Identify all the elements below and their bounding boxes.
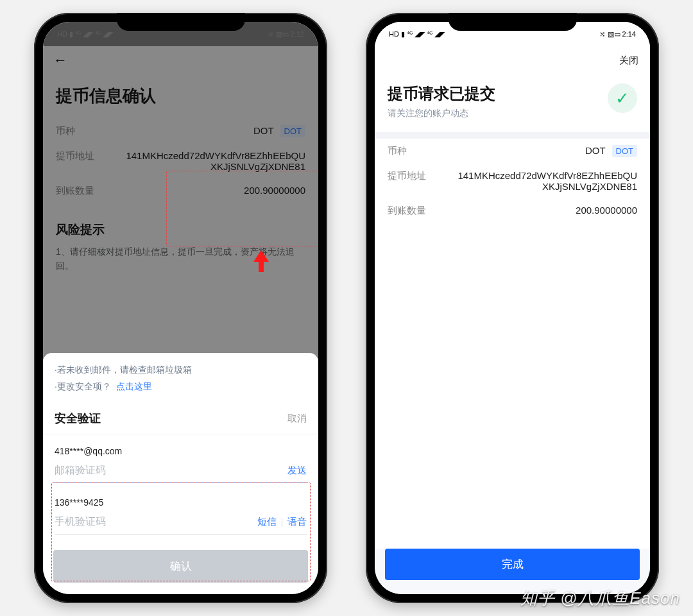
address-label: 提币地址 (388, 170, 426, 192)
row-amount: 到账数量 200.90000000 (43, 178, 318, 203)
signal-icon: HD ▮ ⁴ᴳ ◢◤ ⁴ᴳ ◢◤ (389, 30, 445, 38)
success-check-icon: ✓ (608, 83, 637, 113)
row-address: 提币地址 141MKHczedd72dWYKdfVr8EZhhEEbQUXKJj… (375, 164, 650, 198)
send-voice-button[interactable]: 语音 (287, 516, 307, 528)
nav-bar: 关闭 (375, 46, 650, 74)
email-code-input[interactable]: 邮箱验证码 发送 (55, 460, 307, 483)
row-address: 提币地址 141MKHczedd72dWYKdfVr8EZhhEEbQUXKJj… (43, 144, 318, 178)
submit-title: 提币请求已提交 (388, 83, 495, 104)
row-coin: 币种 DOT DOT (43, 119, 318, 144)
submit-header: 提币请求已提交 请关注您的账户动态 ✓ (375, 74, 650, 139)
cancel-button[interactable]: 取消 (287, 413, 307, 425)
security-sheet: ·若未收到邮件，请检查邮箱垃圾箱 ·更改安全项？ 点击这里 安全验证 取消 41… (43, 353, 318, 594)
amount-label: 到账数量 (56, 185, 94, 197)
divider (282, 518, 282, 527)
coin-label: 币种 (388, 145, 407, 157)
sheet-hint-2: ·更改安全项？ 点击这里 (43, 379, 318, 395)
phone-masked: 136****9425 (55, 492, 307, 511)
phone-frame-right: HD ▮ ⁴ᴳ ◢◤ ⁴ᴳ ◢◤ ⤭ ▧▭ 2:14 关闭 提币请求已提交 请关… (366, 13, 659, 603)
address-label: 提币地址 (56, 150, 94, 172)
address-value: 141MKHczedd72dWYKdfVr8EZhhEEbQUXKJjSNLVg… (126, 150, 305, 172)
sheet-title: 安全验证 (55, 411, 101, 426)
amount-value: 200.90000000 (244, 185, 305, 197)
change-security-link[interactable]: 点击这里 (116, 381, 152, 391)
screen-right: HD ▮ ⁴ᴳ ◢◤ ⁴ᴳ ◢◤ ⤭ ▧▭ 2:14 关闭 提币请求已提交 请关… (375, 22, 650, 594)
send-email-code-button[interactable]: 发送 (287, 465, 307, 477)
done-button[interactable]: 完成 (385, 549, 640, 580)
sheet-hint-1: ·若未收到邮件，请检查邮箱垃圾箱 (43, 362, 318, 379)
watermark: 知乎 @八爪鱼Eason (520, 587, 680, 610)
details-panel: 币种 DOT DOT 提币地址 141MKHczedd72dWYKdfVr8EZ… (375, 139, 650, 223)
submit-subtitle: 请关注您的账户动态 (388, 108, 495, 119)
send-sms-button[interactable]: 短信 (257, 516, 277, 528)
risk-text: 1、请仔细核对提币地址信息，提币一旦完成，资产将无法追回。 (43, 244, 318, 273)
coin-label: 币种 (56, 125, 75, 137)
signal-icon: HD ▮ ⁴ᴳ ◢◤ ⁴ᴳ ◢◤ (57, 30, 113, 38)
row-coin: 币种 DOT DOT (375, 139, 650, 164)
phone-frame-left: HD ▮ ⁴ᴳ ◢◤ ⁴ᴳ ◢◤ ⤭ ▧▭ 2:12 ← 提币信息确认 币种 D… (34, 13, 327, 603)
amount-label: 到账数量 (388, 205, 426, 217)
notch (117, 13, 245, 31)
page-title: 提币信息确认 (43, 74, 318, 119)
battery-clock: ⤭ ▧▭ 2:14 (599, 30, 636, 38)
phone-code-input[interactable]: 手机验证码 短信 语音 (55, 511, 307, 535)
screen-left: HD ▮ ⁴ᴳ ◢◤ ⁴ᴳ ◢◤ ⤭ ▧▭ 2:12 ← 提币信息确认 币种 D… (43, 22, 318, 594)
coin-value: DOT DOT (585, 145, 637, 157)
close-button[interactable]: 关闭 (619, 55, 638, 67)
confirm-button[interactable]: 确认 (53, 550, 308, 583)
nav-bar: ← (43, 46, 318, 74)
coin-chip: DOT (612, 145, 637, 157)
amount-value: 200.90000000 (576, 205, 637, 217)
risk-title: 风险提示 (43, 203, 318, 244)
coin-value: DOT DOT (253, 125, 305, 137)
notch (449, 13, 577, 31)
battery-clock: ⤭ ▧▭ 2:12 (268, 30, 304, 38)
email-masked: 418****@qq.com (55, 441, 307, 460)
row-amount: 到账数量 200.90000000 (375, 198, 650, 223)
email-placeholder: 邮箱验证码 (55, 464, 106, 477)
spacer (375, 223, 650, 549)
coin-chip: DOT (280, 125, 305, 137)
phone-placeholder: 手机验证码 (55, 515, 106, 529)
back-icon[interactable]: ← (53, 52, 67, 69)
address-value: 141MKHczedd72dWYKdfVr8EZhhEEbQUXKJjSNLVg… (458, 170, 637, 192)
